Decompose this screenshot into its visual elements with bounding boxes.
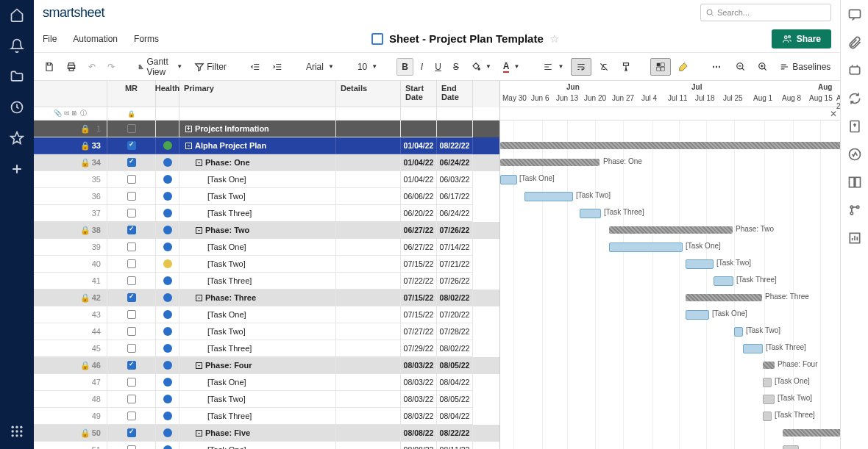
- update-requests-icon[interactable]: [847, 91, 862, 106]
- share-button[interactable]: Share: [772, 29, 831, 49]
- sheet-icon: [371, 33, 383, 45]
- zoom-in-icon[interactable]: [753, 59, 772, 75]
- col-end[interactable]: End Date: [437, 81, 473, 107]
- grid-row[interactable]: 39[Task One]06/27/2207/14/22: [34, 239, 499, 256]
- undo-icon[interactable]: ↶: [84, 59, 100, 75]
- svg-rect-32: [855, 177, 860, 187]
- redo-icon[interactable]: ↷: [103, 59, 119, 75]
- bold-button[interactable]: B: [396, 58, 413, 76]
- left-nav-rail: [0, 0, 34, 449]
- grid-row[interactable]: 40[Task Two]07/15/2207/21/22: [34, 256, 499, 273]
- bell-icon[interactable]: [10, 38, 24, 53]
- star-icon[interactable]: [10, 131, 24, 146]
- column-header: MR Health Primary Details Start Date End…: [34, 81, 499, 107]
- right-rail: [840, 0, 868, 449]
- svg-point-1: [12, 426, 14, 428]
- text-color-button[interactable]: A▼: [499, 58, 524, 76]
- menu-file[interactable]: File: [43, 34, 57, 44]
- filter-button[interactable]: Filter: [190, 59, 231, 75]
- grid-row[interactable]: 44[Task Two]07/27/2207/28/22: [34, 323, 499, 340]
- col-primary[interactable]: Primary: [179, 81, 336, 107]
- chart-icon[interactable]: [847, 231, 862, 245]
- svg-rect-23: [661, 67, 665, 71]
- publish-icon[interactable]: [847, 119, 862, 134]
- grid-row[interactable]: 36[Task Two]06/06/2206/17/22: [34, 188, 499, 205]
- align-h-button[interactable]: ▼: [538, 59, 568, 75]
- grid-row[interactable]: 🔒33-Alpha Project Plan01/04/2208/22/22: [34, 137, 499, 154]
- clear-format-icon[interactable]: [594, 59, 613, 75]
- activity-icon[interactable]: [847, 147, 862, 162]
- grid-row[interactable]: 🔒50-Phase: Five08/08/2208/22/22: [34, 425, 499, 442]
- timeline-subheader: ✕: [500, 107, 840, 121]
- grid-row[interactable]: 🔒34-Phase: One01/04/2206/24/22: [34, 154, 499, 171]
- menu-forms[interactable]: Forms: [134, 34, 159, 44]
- rows-container: 🔒1+Project Information🔒33-Alpha Project …: [34, 121, 499, 449]
- col-details[interactable]: Details: [336, 81, 401, 107]
- toolbar: ↶ ↷ Gantt View▼ Filter Arial▼ 10▼ B I U …: [34, 53, 840, 81]
- svg-point-2: [15, 426, 18, 428]
- folder-icon[interactable]: [10, 69, 24, 84]
- search-icon: [705, 8, 714, 17]
- format-painter-icon[interactable]: [616, 59, 636, 75]
- col-index: [34, 81, 107, 107]
- grid-row[interactable]: 41[Task Three]07/22/2207/26/22: [34, 273, 499, 290]
- lock-icon: 🔒: [107, 107, 156, 120]
- grid-row[interactable]: 🔒42-Phase: Three07/15/2208/02/22: [34, 290, 499, 306]
- col-start[interactable]: Start Date: [401, 81, 437, 107]
- gantt-pane[interactable]: JunJulAugMay 30Jun 6Jun 13Jun 20Jun 27Ju…: [500, 81, 840, 449]
- strike-button[interactable]: S: [449, 59, 463, 75]
- highlight-icon[interactable]: [674, 59, 693, 75]
- zoom-out-icon[interactable]: [731, 59, 750, 75]
- menu-automation[interactable]: Automation: [73, 34, 118, 44]
- grid-row[interactable]: 51[Task One]08/08/2208/11/22: [34, 442, 499, 449]
- apps-grid-icon[interactable]: [10, 424, 24, 439]
- search-input[interactable]: Search...: [700, 4, 831, 21]
- view-selector[interactable]: Gantt View▼: [134, 54, 187, 80]
- italic-button[interactable]: I: [416, 59, 427, 75]
- clock-icon[interactable]: [10, 100, 24, 115]
- workapps-icon[interactable]: [847, 203, 862, 218]
- home-icon[interactable]: [10, 7, 24, 22]
- col-mr[interactable]: MR: [107, 81, 156, 107]
- people-icon: [782, 34, 792, 44]
- plus-icon[interactable]: [10, 162, 24, 176]
- font-label: Arial: [306, 62, 324, 72]
- close-icon[interactable]: ✕: [830, 109, 837, 119]
- grid-row[interactable]: 🔒1+Project Information: [34, 121, 499, 137]
- indent-icon[interactable]: [268, 59, 287, 75]
- more-icon[interactable]: ⋯: [708, 59, 725, 75]
- fill-color-button[interactable]: ▼: [466, 59, 496, 75]
- logo: smartsheet: [43, 5, 104, 21]
- svg-rect-27: [849, 10, 860, 18]
- grid-row[interactable]: 48[Task Two]08/03/2208/05/22: [34, 391, 499, 408]
- print-icon[interactable]: [62, 59, 81, 75]
- grid-row[interactable]: 🔒46-Phase: Four08/03/2208/05/22: [34, 357, 499, 374]
- attachments-icon[interactable]: [847, 35, 862, 50]
- wrap-button[interactable]: [571, 58, 591, 76]
- svg-point-10: [707, 10, 712, 15]
- favorite-star-icon[interactable]: ☆: [549, 32, 559, 46]
- grid-row[interactable]: 45[Task Three]07/29/2208/02/22: [34, 340, 499, 357]
- grid-row[interactable]: 43[Task One]07/15/2207/20/22: [34, 306, 499, 323]
- baselines-button[interactable]: Baselines: [775, 59, 835, 75]
- col-health[interactable]: Health: [156, 81, 179, 107]
- sheet-title[interactable]: Sheet - Project Plan Template: [389, 32, 544, 45]
- save-icon[interactable]: [40, 59, 59, 75]
- grid-row[interactable]: 49[Task Three]08/03/2208/04/22: [34, 408, 499, 425]
- svg-rect-17: [139, 66, 141, 67]
- grid-row[interactable]: 37[Task Three]06/20/2206/24/22: [34, 205, 499, 222]
- grid-row[interactable]: 35[Task One]01/04/2206/03/22: [34, 171, 499, 188]
- comments-icon[interactable]: [847, 7, 862, 22]
- font-selector[interactable]: Arial▼: [302, 59, 338, 75]
- proofs-icon[interactable]: [847, 63, 862, 78]
- grid-row[interactable]: 🔒38-Phase: Two06/27/2207/26/22: [34, 222, 499, 239]
- summary-icon[interactable]: [847, 175, 862, 190]
- outdent-icon[interactable]: [246, 59, 265, 75]
- currency-format-icon[interactable]: [650, 58, 671, 76]
- svg-point-9: [20, 434, 22, 437]
- search-placeholder: Search...: [717, 8, 750, 17]
- grid-row[interactable]: 47[Task One]08/03/2208/04/22: [34, 374, 499, 391]
- underline-button[interactable]: U: [430, 59, 446, 75]
- size-selector[interactable]: 10▼: [353, 59, 382, 75]
- row-actions[interactable]: 📎 ✉ 🗎 ⓘ: [34, 107, 107, 120]
